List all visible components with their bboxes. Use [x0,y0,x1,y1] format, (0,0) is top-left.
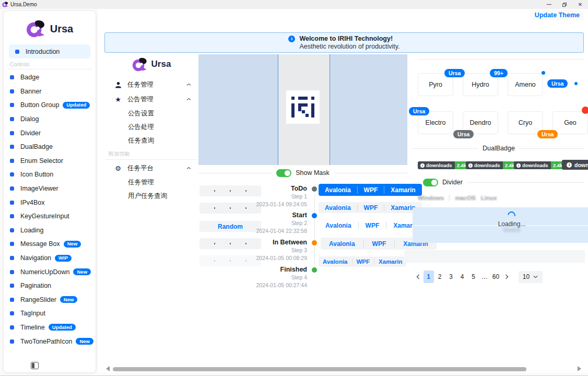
sidebar-item-taginput[interactable]: TagInput [4,307,96,321]
page-3[interactable]: 3 [446,271,456,283]
sidebar-item-ipv4box[interactable]: IPv4Box [4,195,96,209]
app-icon [2,2,8,7]
ipv4-separator-dot [230,207,231,209]
page-size-select[interactable]: 10 [519,271,543,283]
image-viewer[interactable] [198,54,407,165]
wpf-button[interactable]: WPF [352,256,374,267]
card-label: Electro [426,119,446,126]
menu-item-task-management-2[interactable]: 任务管理 [104,175,198,189]
ipv4-separator-dot [230,260,231,262]
dual-badge-left: downloads [474,162,500,168]
sidebar-item-keygestureinput[interactable]: KeyGestureInput [4,209,96,224]
horizontal-scrollbar-thumb[interactable] [113,367,526,371]
next-page-button[interactable] [502,271,511,283]
badge-card-cryo: Cryo [508,111,543,134]
sidebar-section-controls: Controls [8,62,91,69]
avalonia-button[interactable]: Avalonia [319,202,357,213]
titlebar: Ursa.Demo ✕ [0,0,588,9]
sidebar-item-message-box[interactable]: Message BoxNew [4,237,96,251]
bullet-icon [15,50,19,54]
page-1[interactable]: 1 [424,271,434,283]
chevron-down-icon [533,275,538,278]
page-ellipsis[interactable]: … [479,271,490,283]
tab-windows: Windows [418,195,444,201]
wpf-button[interactable]: WPF [358,184,384,196]
button-group-solid: Avalonia WPF Xamarin [319,184,422,196]
status-badge: WIP [55,255,72,262]
minimize-button[interactable] [541,0,557,9]
wpf-button[interactable]: WPF [364,238,395,250]
close-button[interactable]: ✕ [572,0,588,9]
avalonia-button[interactable]: Avalonia [321,238,363,250]
card-label: Ameno [515,81,536,88]
menu-item-announcement-processing[interactable]: 公告处理 [104,120,198,134]
dual-badge-left: downloads [574,162,588,168]
avalonia-button[interactable]: Avalonia [319,220,358,231]
sidebar-item-label: Navigation [20,254,51,262]
restore-button[interactable] [557,0,572,9]
sidebar-item-twotonepathicon[interactable]: TwoTonePathIconNew [4,334,96,348]
menu-item-user-task-query[interactable]: 用户任务查询 [104,189,198,203]
ipv4-separator-dot [214,207,216,209]
wpf-button[interactable]: WPF [359,220,386,231]
sidebar-collapse-button[interactable] [31,362,39,369]
bullet-icon [10,311,14,315]
info-icon: i [516,163,521,168]
sidebar-item-pagination[interactable]: Pagination [4,279,96,293]
sidebar-item-enum-selector[interactable]: Enum Selector [4,154,96,168]
sidebar-item-icon-button[interactable]: Icon Button [4,168,96,182]
sidebar-item-imageviewer[interactable]: ImageViewer [4,182,96,196]
menu-item-task-platform[interactable]: ⚙ 任务平台 [104,161,198,175]
timeline-time: 2024-01-05 00:27:44 [238,281,307,289]
sidebar-item-numericupdown[interactable]: NumericUpDownNew [4,265,96,279]
divider-rule [334,173,407,173]
menu-item-announcement-management[interactable]: ★ 公告管理 [104,92,198,107]
sidebar-item-button-group[interactable]: Button GroupUpdated [4,98,96,112]
page-size-value: 10 [523,273,530,280]
bullet-icon [10,228,14,232]
menu-item-label: 任务查询 [128,136,154,145]
scroll-right-arrow[interactable] [578,366,581,371]
menu-item-announcement-settings[interactable]: 公告设置 [104,107,198,120]
iri-logo [291,97,314,118]
standalone-ursa-badge: Ursa [547,79,568,88]
sidebar-item-loading[interactable]: Loading [4,224,96,238]
previous-page-button[interactable] [413,271,422,283]
menu-item-task-query[interactable]: 任务查询 [104,134,198,147]
timeline-dot [312,186,317,192]
ipv4-separator-dot [214,190,216,192]
avalonia-button[interactable]: Avalonia [319,184,357,196]
page-4[interactable]: 4 [457,271,467,283]
sidebar-list: Badge Banner Button GroupUpdated Dialog … [4,70,96,348]
avalonia-button[interactable]: Avalonia [319,256,352,267]
sidebar-item-introduction[interactable]: Introduction [9,44,90,58]
divider-demo: Divider [413,178,585,186]
chevron-right-icon [505,274,509,279]
timeline-title: ToDo [238,184,307,193]
update-theme-button[interactable]: Update Theme [531,10,584,20]
page-5[interactable]: 5 [468,271,479,283]
loading-blurred-tabs: Windows macOS Linux [413,192,585,204]
sidebar-item-dualbadge[interactable]: DualBadge [4,140,96,154]
sidebar-item-timeline[interactable]: TimelineUpdated [4,321,96,335]
sidebar-item-banner[interactable]: Banner [4,85,96,99]
timeline-step: Step 1 [238,193,307,201]
show-mask-toggle[interactable] [276,169,291,177]
xamarin-button[interactable]: Xamarin [374,256,406,267]
page-2[interactable]: 2 [434,271,445,283]
sidebar-item-divider[interactable]: Divider [4,126,96,140]
sidebar-item-label: Message Box [20,240,60,248]
sidebar-item-rangeslider[interactable]: RangeSliderNew [4,293,96,307]
wpf-button[interactable]: WPF [358,202,384,213]
timeline-title: In Between [238,238,307,246]
divider-toggle[interactable] [423,179,438,186]
page-60[interactable]: 60 [491,271,501,283]
sidebar-item-badge[interactable]: Badge [4,70,96,85]
dual-badge-large: idownloads 2.4k [562,160,588,170]
ipv4-separator-dot [230,190,231,192]
sidebar-item-dialog[interactable]: Dialog [4,112,96,126]
scroll-left-arrow[interactable] [106,366,110,371]
bullet-icon [10,172,14,177]
menu-item-task-management[interactable]: 任务管理 [104,77,198,92]
sidebar-item-navigation[interactable]: NavigationWIP [4,251,96,265]
